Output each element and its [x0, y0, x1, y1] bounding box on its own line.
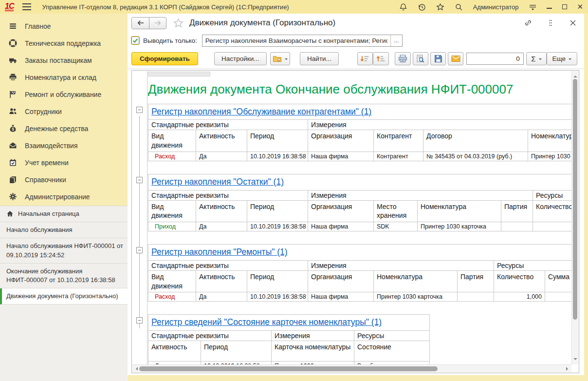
column-group-header: Стандартные реквизиты — [148, 330, 272, 341]
current-user[interactable]: Администратор — [473, 3, 519, 11]
sidebar-item-checkered-flag[interactable]: Ремонт и обслуживание — [0, 86, 128, 103]
column-header: Организация — [308, 130, 374, 152]
scroll-left-icon[interactable] — [134, 367, 138, 371]
register-cell: 10.10.2019 16:38:58 — [247, 292, 308, 302]
filter-choose-button[interactable]: ... — [390, 35, 402, 46]
report-section: −Регистр сведений "Состояние карточек но… — [148, 314, 571, 364]
search-icon[interactable] — [455, 2, 463, 11]
collapse-groups-icon[interactable] — [373, 52, 389, 65]
favorites-star-icon[interactable] — [436, 2, 445, 11]
report-toolbar: Сформировать Настройки... Найти... Σ Еще — [128, 49, 584, 69]
favorite-star-icon[interactable] — [173, 18, 184, 28]
find-button[interactable]: Найти... — [300, 52, 339, 65]
register-table: Регистр сведений "Состояние карточек ном… — [148, 314, 430, 364]
svg-text:$: $ — [12, 127, 14, 132]
report-body: Движения документа Окончание обслуживани… — [132, 77, 571, 364]
column-header: Сумма — [545, 270, 572, 292]
sidebar-item-money-bag[interactable]: $Денежные средства — [0, 120, 128, 137]
open-window-tab[interactable]: Окончание обслуживания НФИТ-000007 от 10… — [0, 264, 128, 288]
sidebar-item-truck[interactable]: Заказы поставщикам — [0, 52, 128, 69]
dropdown-caret-icon — [539, 58, 542, 61]
column-header: Договор — [423, 130, 528, 152]
register-link[interactable]: Регистр сведений "Состояние карточек ном… — [151, 317, 382, 327]
forward-button[interactable] — [149, 18, 166, 29]
show-only-checkbox[interactable] — [131, 37, 139, 44]
save-icon[interactable] — [430, 52, 446, 65]
column-group-header: Ресурсы — [354, 330, 430, 341]
register-link[interactable]: Регистр накопления "Обслуживание контраг… — [151, 107, 371, 116]
notifications-bell-icon[interactable] — [399, 2, 408, 11]
scroll-down-icon[interactable] — [573, 358, 577, 362]
settings-button[interactable]: Настройки... — [214, 52, 266, 65]
close-app-button[interactable]: ✕ — [577, 4, 583, 9]
gear-icon — [9, 192, 18, 201]
money-bag-icon: $ — [9, 124, 18, 133]
home-icon — [6, 210, 14, 217]
report-variants-button[interactable] — [270, 52, 291, 65]
register-cell: Принтер 1030 карточка — [272, 361, 354, 364]
sidebar-item-label: Заказы поставщикам — [25, 57, 92, 64]
open-window-tab[interactable]: Начало обслуживания — [0, 222, 128, 238]
catalogs-icon — [9, 175, 18, 184]
column-header: Организация — [308, 200, 374, 222]
sidebar-item-label: Техническая поддержка — [25, 39, 101, 47]
filter-input[interactable] — [202, 35, 390, 46]
people-icon — [9, 107, 18, 115]
history-icon[interactable] — [418, 2, 426, 11]
send-email-icon[interactable] — [448, 52, 464, 65]
main-panel: Движения документа (Горизонтально) Вывод… — [128, 14, 584, 375]
column-header: Организация — [308, 270, 374, 292]
expand-groups-icon[interactable] — [357, 52, 373, 65]
open-window-tab[interactable]: Движения документа (Горизонтально) — [0, 288, 128, 305]
more-actions-button[interactable]: Еще — [547, 52, 577, 65]
report-header-corner — [148, 72, 210, 76]
sidebar-item-menu[interactable]: Главное — [0, 18, 128, 35]
open-window-tab[interactable]: Начальная страница — [0, 206, 128, 222]
open-window-tab[interactable]: Начало обслуживания НФИТ-000001 от 09.10… — [0, 238, 128, 263]
collapse-group-toggle[interactable]: − — [136, 107, 143, 113]
more-menu-kebab-icon[interactable] — [546, 19, 555, 27]
get-link-icon[interactable] — [524, 19, 533, 27]
sidebar-item-people[interactable]: Сотрудники — [0, 103, 128, 120]
application-window: 1С Управление IT-отделом 8, редакция 3.1… — [0, 0, 588, 381]
vertical-scroll-thumb[interactable] — [573, 79, 577, 320]
generate-button[interactable]: Сформировать — [131, 52, 198, 65]
scroll-right-icon[interactable] — [566, 367, 570, 371]
back-button[interactable] — [132, 18, 149, 29]
register-link[interactable]: Регистр накопления "Остатки" (1) — [151, 177, 284, 187]
autosum-field[interactable] — [466, 53, 524, 65]
main-menu-icon[interactable] — [22, 3, 31, 10]
maximize-button[interactable] — [562, 4, 567, 9]
scroll-up-icon[interactable] — [573, 74, 577, 77]
register-table: Регистр накопления "Обслуживание контраг… — [148, 104, 571, 161]
titlebar: 1С Управление IT-отделом 8, редакция 3.1… — [0, 0, 588, 14]
sidebar-item-support-lifering[interactable]: Техническая поддержка — [0, 35, 128, 52]
service-menu-icon[interactable] — [528, 2, 537, 11]
sidebar-item-label: Главное — [25, 22, 51, 30]
sidebar-item-catalogs[interactable]: Справочники — [0, 171, 128, 188]
collapse-group-toggle[interactable]: − — [136, 247, 143, 253]
sidebar-item-gear[interactable]: Администрирование — [0, 188, 128, 205]
register-cell: 10.10.2019 16:38:58 — [201, 361, 272, 364]
sum-sigma-button[interactable]: Σ — [526, 52, 546, 65]
register-cell: Наша фирма — [308, 292, 374, 302]
window-header: Движения документа (Горизонтально) — [128, 14, 584, 32]
print-icon[interactable] — [395, 52, 411, 65]
sidebar-item-printer-stock[interactable]: Номенклатура и склад — [0, 69, 128, 86]
close-window-icon[interactable] — [569, 19, 577, 27]
calendar-check-icon — [9, 158, 18, 167]
vertical-scrollbar[interactable] — [571, 71, 578, 364]
horizontal-scroll-thumb[interactable] — [139, 366, 438, 371]
horizontal-scrollbar[interactable] — [132, 364, 571, 372]
sidebar-item-envelope[interactable]: Взаимодействия — [0, 137, 128, 154]
register-cell: Наша фирма — [308, 222, 374, 231]
register-row: ПриходДа10.10.2019 16:38:58Наша фирмаSDK… — [148, 222, 572, 231]
sidebar-item-calendar-check[interactable]: Учет времени — [0, 154, 128, 171]
register-link[interactable]: Регистр накопления "Ремонты" (1) — [151, 247, 288, 257]
collapse-group-toggle[interactable]: − — [136, 317, 143, 324]
collapse-group-toggle[interactable]: − — [136, 177, 143, 183]
column-header: Активность — [148, 341, 201, 361]
print-preview-icon[interactable] — [413, 52, 429, 65]
minimize-button[interactable] — [547, 4, 552, 10]
sidebar-item-label: Денежные средства — [25, 125, 88, 133]
